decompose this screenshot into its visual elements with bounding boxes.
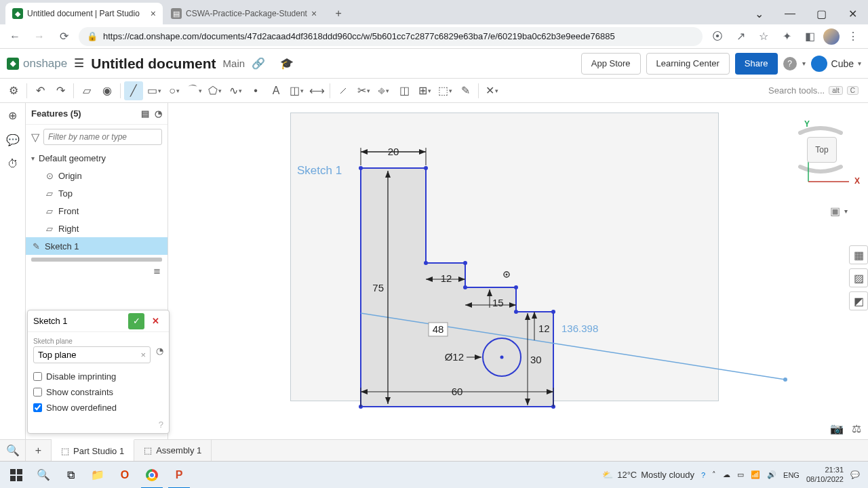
add-tab-button[interactable]: + (26, 440, 52, 461)
filter-input[interactable] (43, 129, 162, 145)
sketch-feature-item[interactable]: ✎ Sketch 1 (26, 237, 167, 255)
right-plane-item[interactable]: ▱ Right (26, 220, 167, 237)
insert-icon[interactable]: ▤ (141, 108, 149, 119)
share-button[interactable]: Share (735, 53, 778, 75)
search-taskbar-icon[interactable]: 🔍 (30, 462, 57, 489)
profile-avatar[interactable] (823, 28, 840, 45)
app-store-button[interactable]: App Store (581, 53, 641, 75)
language-indicator[interactable]: ENG (783, 471, 800, 479)
section-view-icon[interactable]: ◩ (849, 291, 868, 310)
part-studio-tab[interactable]: ⬚ Part Studio 1 (52, 439, 134, 461)
reload-button[interactable]: ⟳ (54, 27, 73, 46)
default-geometry-group[interactable]: ▾ Default geometry (26, 149, 167, 167)
trim-tool[interactable]: ✂▾ (354, 81, 373, 100)
undo-icon[interactable]: ↶ (31, 81, 50, 100)
transform-tool[interactable]: ⬚▾ (435, 81, 454, 100)
clear-plane-icon[interactable]: × (140, 350, 146, 360)
search-tools[interactable]: Search tools... alt C (763, 85, 864, 96)
office-icon[interactable]: O (111, 462, 138, 489)
spline-tool[interactable]: ∿▾ (226, 81, 245, 100)
powerpoint-icon[interactable]: P (165, 462, 193, 489)
tab-search-icon[interactable]: 🔍 (0, 440, 26, 461)
assembly-tab[interactable]: ⬚ Assembly 1 (134, 440, 212, 461)
help-icon[interactable]: ? (783, 57, 797, 70)
learning-center-button[interactable]: Learning Center (646, 53, 730, 75)
display-mode[interactable]: ▣▾ (830, 205, 848, 218)
show-overdefined-checkbox[interactable]: Show overdefined (28, 400, 169, 415)
sketch-profile[interactable] (361, 168, 553, 407)
offset-tool[interactable]: ⎆▾ (374, 81, 393, 100)
forward-button[interactable]: → (30, 27, 49, 46)
notifications-icon[interactable]: 💬 (850, 470, 860, 479)
plane-picker-icon[interactable]: ◔ (156, 346, 163, 356)
graphics-canvas[interactable]: Sketch 1 20 (168, 103, 868, 439)
point-tool[interactable]: • (246, 81, 265, 100)
chrome-menu-icon[interactable]: ⋮ (844, 27, 863, 46)
origin-item[interactable]: ⊙ Origin (26, 167, 167, 184)
measure-icon[interactable]: ⚖ (852, 422, 861, 435)
arc-tool[interactable]: ⌒▾ (185, 81, 204, 100)
url-input[interactable]: 🔒 https://cad.onshape.com/documents/47d2… (79, 27, 703, 46)
minimize-button[interactable]: — (774, 3, 806, 24)
file-explorer-icon[interactable]: 📁 (84, 462, 111, 489)
chevron-down-icon[interactable]: ⌄ (743, 3, 774, 24)
redo-icon[interactable]: ↷ (51, 81, 70, 100)
cancel-button[interactable]: ✕ (147, 313, 163, 329)
sketch-plane-field[interactable]: Top plane × (33, 346, 151, 363)
use-tool[interactable]: ◫▾ (287, 81, 306, 100)
extensions-icon[interactable]: ✦ (777, 27, 796, 46)
new-tab-button[interactable]: + (329, 4, 348, 23)
show-constraints-checkbox[interactable]: Show constraints (28, 384, 169, 400)
volume-icon[interactable]: 🔊 (767, 470, 776, 479)
view-cube-face[interactable]: Top (807, 137, 837, 163)
translate-icon[interactable]: ⦿ (708, 27, 727, 46)
back-button[interactable]: ← (5, 27, 24, 46)
browser-tab[interactable]: ▤ CSWA-Practice-Package-Student × (164, 3, 323, 24)
text-tool[interactable]: A (267, 81, 285, 100)
task-view-icon[interactable]: ⧉ (57, 462, 84, 489)
line-tool[interactable]: ╱ (124, 81, 143, 100)
side-panel-icon[interactable]: ◧ (800, 27, 819, 46)
fillet-tool[interactable]: ⟋ (334, 81, 353, 100)
help-tray-icon[interactable]: ? (701, 471, 705, 479)
history-icon[interactable]: ⏱ (5, 156, 21, 172)
doc-title[interactable]: Untitled document (91, 56, 216, 72)
mirror-tool[interactable]: ◫ (395, 81, 414, 100)
sketch-icon[interactable]: ▱ (77, 81, 96, 100)
constraint-tool[interactable]: ✕▾ (482, 81, 501, 100)
accept-button[interactable]: ✓ (128, 313, 144, 329)
circle-tool[interactable]: ○▾ (165, 81, 184, 100)
timer-icon[interactable]: ◔ (155, 108, 162, 119)
dialog-help-icon[interactable]: ? (159, 420, 163, 430)
camera-icon[interactable]: 📷 (830, 422, 844, 435)
comments-icon[interactable]: 💬 (5, 131, 21, 148)
front-plane-item[interactable]: ▱ Front (26, 202, 167, 220)
polygon-tool[interactable]: ⬠▾ (205, 81, 224, 100)
step-list-icon[interactable]: ≣ (26, 264, 167, 277)
share-page-icon[interactable]: ↗ (731, 27, 750, 46)
top-plane-item[interactable]: ▱ Top (26, 184, 167, 202)
close-tab-icon[interactable]: × (311, 8, 317, 19)
doc-workspace[interactable]: Main (223, 58, 245, 69)
rollback-bar[interactable] (31, 258, 162, 262)
view-cube[interactable]: Top Y X (787, 117, 854, 184)
chrome-icon[interactable] (138, 462, 165, 489)
bookmark-icon[interactable]: ☆ (754, 27, 773, 46)
close-window-button[interactable]: ✕ (837, 3, 868, 24)
help-dropdown-icon[interactable]: ▾ (802, 60, 806, 67)
disable-imprinting-checkbox[interactable]: Disable imprinting (28, 369, 169, 384)
rectangle-tool[interactable]: ▭▾ (144, 81, 163, 100)
onshape-logo[interactable]: ◆ onshape (7, 57, 67, 70)
maximize-button[interactable]: ▢ (806, 3, 837, 24)
pattern-tool[interactable]: ⊞▾ (415, 81, 434, 100)
start-button[interactable] (3, 462, 30, 489)
configure-icon[interactable]: ⚙ (4, 81, 23, 100)
close-tab-icon[interactable]: × (151, 8, 156, 19)
extrude-icon[interactable]: ◉ (98, 81, 117, 100)
user-menu[interactable]: 👤 Cube ▾ (811, 56, 861, 72)
add-feature-icon[interactable]: ⊕ (5, 107, 21, 123)
browser-tab-active[interactable]: ◆ Untitled document | Part Studio × (5, 3, 163, 24)
filter-icon[interactable]: ▽ (31, 131, 39, 144)
menu-icon[interactable]: ☰ (74, 56, 84, 70)
link-icon[interactable]: 🔗 (252, 57, 265, 70)
